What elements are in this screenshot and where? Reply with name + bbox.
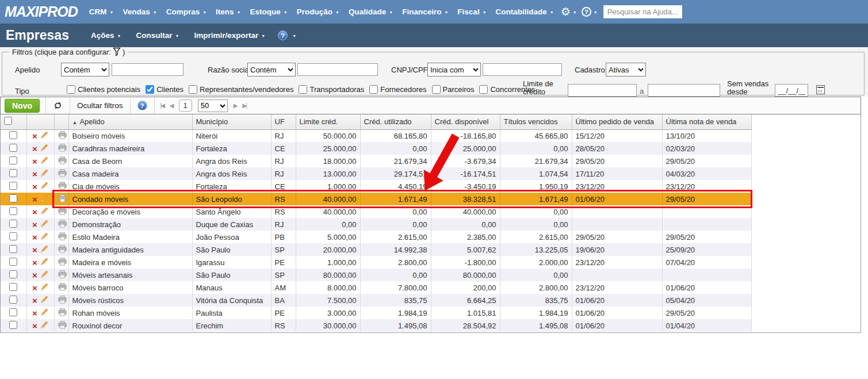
print-icon[interactable] [58, 156, 67, 164]
limite-credito-from-input[interactable] [568, 84, 637, 97]
edit-icon[interactable] [40, 169, 48, 177]
calendar-icon[interactable] [816, 85, 825, 94]
print-icon[interactable] [58, 194, 67, 202]
tipo-checkbox-transportadoras[interactable] [299, 85, 307, 94]
delete-icon[interactable]: × [32, 296, 37, 305]
column-header-ultima-nota-venda[interactable]: Última nota de venda [662, 114, 751, 129]
menu-compras[interactable]: Compras▼ [162, 7, 211, 16]
edit-icon[interactable] [40, 194, 48, 202]
row-checkbox[interactable] [9, 308, 17, 316]
current-page-indicator[interactable]: 1 [179, 99, 192, 112]
grid-help-button[interactable]: ? [131, 101, 154, 110]
row-checkbox[interactable] [9, 220, 17, 228]
table-row[interactable]: ×Casa madeiraAngra dos ReisRJ13.000,0029… [1, 167, 751, 180]
print-icon[interactable] [58, 270, 67, 278]
cadastro-select[interactable]: Ativas [606, 63, 646, 76]
action-menu-acoes[interactable]: Ações▼ [86, 31, 125, 40]
table-row[interactable]: ×Móveis barrocoManausAM8.000,007.800,002… [1, 281, 751, 294]
tipo-checkbox-representantes-vendedores[interactable] [189, 85, 197, 94]
delete-icon[interactable]: × [32, 208, 37, 216]
column-header-uf[interactable]: UF [271, 114, 296, 129]
edit-icon[interactable] [40, 207, 48, 215]
delete-icon[interactable]: × [32, 170, 37, 178]
table-row[interactable]: ×Rouxinol decorErechimRS30.000,001.495,0… [1, 319, 751, 332]
row-checkbox[interactable] [9, 131, 17, 139]
row-checkbox[interactable] [9, 207, 17, 215]
action-menu-imprimir-exportar[interactable]: Imprimir/exportar▼ [189, 31, 270, 40]
print-icon[interactable] [58, 321, 67, 329]
delete-icon[interactable]: × [32, 195, 37, 204]
print-icon[interactable] [58, 169, 67, 177]
tipo-checkbox-clientes-potenciais[interactable] [67, 85, 75, 94]
page-help-menu[interactable]: ? ▼ [278, 30, 296, 40]
table-row[interactable]: ×Móveis rústicosVitória da ConquistaBA7.… [1, 294, 751, 307]
help-icon[interactable]: ? [137, 101, 147, 110]
new-button[interactable]: Novo [5, 99, 40, 113]
row-checkbox[interactable] [9, 245, 17, 253]
table-row[interactable]: ×Rohan móveisPaulistaPE3.000,001.984,191… [1, 307, 751, 319]
cnpj-input[interactable] [483, 63, 562, 76]
menu-contabilidade[interactable]: Contabilidade▼ [491, 7, 559, 16]
filters-legend[interactable]: Filtros (clique para configurar: ) [9, 47, 128, 56]
table-row[interactable]: ×Bolseiro móveisNiteróiRJ50.000,0068.165… [1, 129, 751, 142]
table-row[interactable]: ×DemonstraçãoDuque de CaxiasRJ0,000,000,… [1, 218, 751, 231]
print-icon[interactable] [58, 308, 67, 316]
row-checkbox[interactable] [9, 321, 17, 329]
help-icon[interactable]: ? [278, 30, 288, 40]
table-row[interactable]: ×Madeira antiguidadesSão PauloSP20.000,0… [1, 243, 751, 256]
print-icon[interactable] [58, 207, 67, 215]
table-row[interactable]: ×Estilo MadeiraJoão PessoaPB5.000,002.61… [1, 231, 751, 243]
menu-fiscal[interactable]: Fiscal▼ [453, 7, 491, 16]
row-checkbox[interactable] [9, 169, 17, 177]
menu-financeiro[interactable]: Financeiro▼ [397, 7, 453, 16]
action-menu-consultar[interactable]: Consultar▼ [131, 31, 183, 40]
table-row[interactable]: ×Casa de BeornAngra dos ReisRJ18.000,002… [1, 155, 751, 167]
hide-filters-button[interactable]: Ocultar filtros [70, 101, 130, 110]
last-page-icon[interactable]: ▶| [242, 102, 246, 109]
print-icon[interactable] [58, 232, 67, 240]
cnpj-operator-select[interactable]: Inicia com [427, 63, 481, 76]
delete-icon[interactable]: × [32, 132, 37, 140]
edit-icon[interactable] [40, 156, 48, 164]
settings-menu[interactable]: ⚙ ▼ [559, 6, 579, 17]
edit-icon[interactable] [40, 321, 48, 329]
delete-icon[interactable]: × [32, 157, 37, 166]
delete-icon[interactable]: × [32, 271, 37, 280]
edit-icon[interactable] [40, 270, 48, 278]
print-icon[interactable] [58, 220, 67, 228]
print-icon[interactable] [58, 182, 67, 190]
refresh-button[interactable] [46, 101, 70, 110]
help-search-input[interactable] [603, 5, 682, 18]
edit-icon[interactable] [40, 245, 48, 253]
apelido-input[interactable] [112, 63, 183, 76]
edit-icon[interactable] [40, 232, 48, 240]
tipo-checkbox-parceiros[interactable] [432, 85, 441, 94]
column-header-limite-cred[interactable]: Limite créd. [296, 114, 360, 129]
menu-crm[interactable]: CRM▼ [85, 7, 118, 16]
print-icon[interactable] [58, 245, 67, 253]
razao-social-input[interactable] [297, 63, 378, 76]
column-header-cred-utilizado[interactable]: Créd. utilizado [360, 114, 431, 129]
next-page-icon[interactable]: ▶ [234, 102, 237, 109]
page-size-select[interactable]: 50 [198, 99, 228, 112]
table-row[interactable]: ×Caradhras madeireiraFortalezaCE25.000,0… [1, 142, 751, 155]
tipo-checkbox-fornecedores[interactable] [369, 85, 378, 94]
menu-producao[interactable]: Produção▼ [292, 7, 344, 16]
column-header-cred-disponivel[interactable]: Créd. disponível [431, 114, 500, 129]
row-checkbox[interactable] [9, 258, 17, 266]
table-row[interactable]: ×Cia de móveisFortalezaCE1.000,004.450,1… [1, 180, 751, 193]
print-icon[interactable] [58, 258, 67, 266]
row-checkbox[interactable] [9, 283, 17, 291]
help-menu[interactable]: ? ▼ [579, 7, 600, 17]
delete-icon[interactable]: × [32, 220, 37, 229]
row-checkbox[interactable] [9, 232, 17, 240]
column-header-ultimo-pedido-venda[interactable]: Último pedido de venda [572, 114, 662, 129]
delete-icon[interactable]: × [32, 284, 37, 292]
delete-icon[interactable]: × [32, 321, 37, 330]
column-header-titulos-vencidos[interactable]: Títulos vencidos [500, 114, 572, 129]
apelido-operator-select[interactable]: Contém [61, 63, 109, 76]
row-checkbox[interactable] [9, 156, 17, 164]
tipo-checkbox-clientes[interactable] [146, 85, 154, 94]
print-icon[interactable] [58, 283, 67, 291]
row-checkbox[interactable] [9, 296, 17, 304]
